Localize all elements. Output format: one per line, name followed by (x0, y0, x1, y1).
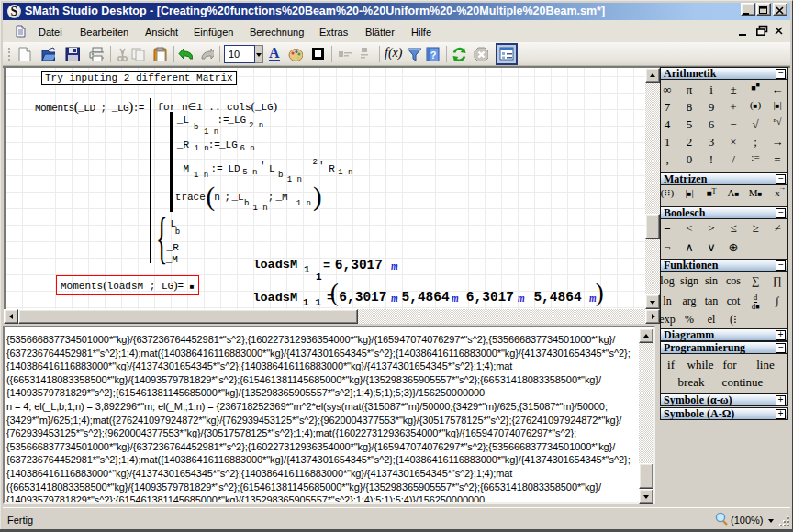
svg-text:?: ? (430, 50, 437, 61)
